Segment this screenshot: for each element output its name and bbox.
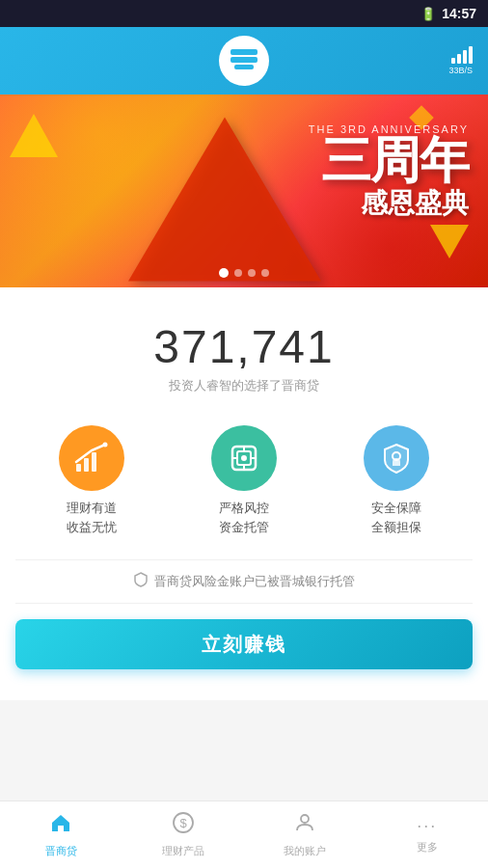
feature-text-security: 安全保障 全额担保 [371, 499, 421, 536]
nav-label-account: 我的账户 [284, 844, 326, 858]
status-bar: 🔋 14:57 [0, 0, 488, 27]
banner-dot-2 [234, 269, 242, 277]
banner-title-line1: 三周年 [309, 135, 469, 185]
feature-item-finance: 理财有道 收益无忧 [15, 425, 168, 536]
svg-rect-3 [76, 464, 81, 472]
nav-item-account[interactable]: 我的账户 [244, 801, 366, 868]
svg-rect-2 [234, 65, 254, 69]
features-row: 理财有道 收益无忧 严格风控 资金托管 [15, 410, 473, 556]
more-icon: ··· [417, 816, 437, 836]
nav-label-more: 更多 [417, 840, 438, 854]
trust-section: 晋商贷风险金账户已被晋城银行托管 [15, 559, 473, 604]
nav-label-finance: 理财产品 [162, 844, 204, 858]
feature-item-risk: 严格风控 资金托管 [168, 425, 320, 536]
svg-rect-4 [84, 458, 89, 472]
banner-dot-1 [219, 268, 229, 278]
battery-icon: 🔋 [420, 7, 436, 21]
main-content: 371,741 投资人睿智的选择了晋商贷 理财有道 收益无忧 [0, 287, 488, 700]
banner-decor-triangle-left [10, 114, 58, 157]
nav-item-home[interactable]: 晋商贷 [0, 801, 122, 868]
cta-button[interactable]: 立刻赚钱 [15, 619, 473, 669]
svg-point-17 [301, 815, 309, 823]
feature-item-security: 安全保障 全额担保 [320, 425, 473, 536]
stats-label: 投资人睿智的选择了晋商贷 [15, 377, 473, 394]
banner-main-triangle [128, 118, 321, 282]
nav-label-home: 晋商贷 [45, 844, 77, 858]
nav-item-finance[interactable]: $ 理财产品 [122, 801, 245, 868]
stats-number: 371,741 [15, 320, 473, 373]
banner-decor-triangle-right [430, 225, 469, 258]
home-icon [49, 811, 72, 840]
svg-text:$: $ [179, 816, 187, 830]
svg-rect-1 [230, 57, 258, 63]
feature-text-finance: 理财有道 收益无忧 [67, 499, 117, 536]
app-header: 33B/S [0, 27, 488, 95]
banner-text: THE 3RD ANNIVERSARY 三周年 感恩盛典 [309, 123, 469, 222]
shield-icon [133, 572, 149, 591]
wifi-signal: 33B/S [448, 46, 473, 75]
bottom-nav: 晋商贷 $ 理财产品 我的账户 ··· 更多 [0, 800, 488, 868]
svg-rect-0 [230, 49, 258, 55]
account-icon [293, 811, 316, 840]
stats-section: 371,741 投资人睿智的选择了晋商贷 [15, 311, 473, 410]
banner-dot-4 [261, 269, 269, 277]
banner-dot-3 [248, 269, 256, 277]
nav-item-more[interactable]: ··· 更多 [366, 801, 489, 868]
banner-dots [219, 268, 269, 278]
finance-icon: $ [172, 811, 195, 840]
banner-title-line2: 感恩盛典 [309, 185, 469, 222]
feature-icon-risk [211, 425, 277, 491]
logo-icon [227, 41, 261, 80]
speed-label: 33B/S [448, 66, 473, 75]
svg-point-6 [103, 443, 108, 448]
svg-point-9 [241, 455, 247, 461]
app-logo [219, 36, 269, 86]
feature-icon-security [364, 425, 429, 491]
feature-text-risk: 严格风控 资金托管 [219, 499, 269, 536]
svg-rect-5 [92, 452, 96, 472]
banner-subtitle: THE 3RD ANNIVERSARY [309, 123, 469, 135]
feature-icon-finance [59, 425, 124, 491]
status-time: 14:57 [442, 6, 476, 21]
promo-banner[interactable]: THE 3RD ANNIVERSARY 三周年 感恩盛典 [0, 95, 488, 287]
cta-section: 立刻赚钱 [15, 619, 473, 685]
trust-text: 晋商贷风险金账户已被晋城银行托管 [154, 573, 355, 590]
